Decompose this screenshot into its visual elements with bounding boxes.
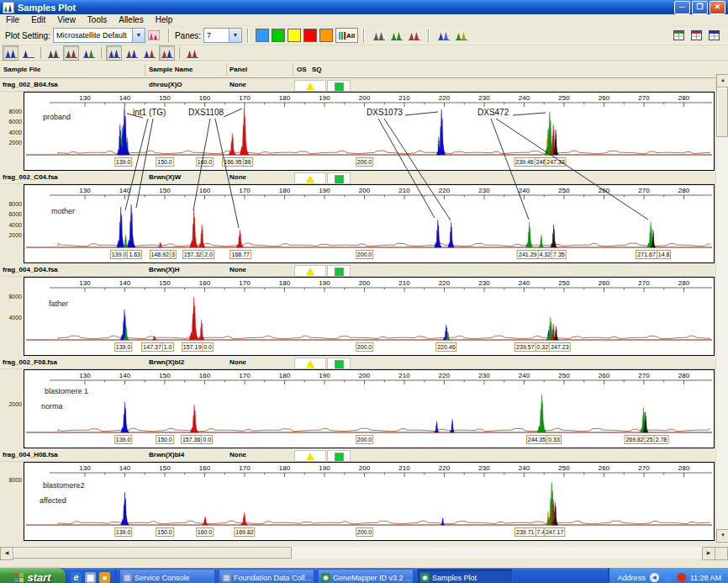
peak-size-label[interactable]: 244.350.33 [526,435,562,444]
table-view-button-2[interactable] [706,28,722,43]
address-band-label[interactable]: Address [618,574,646,582]
paired-panes-button[interactable] [63,45,79,61]
peak-size-label[interactable]: 150.0 [156,435,174,444]
peak-size-label[interactable]: 200.0 [356,527,374,537]
app-launcher-icon[interactable]: ● [99,572,110,583]
overlay-panes-button[interactable] [81,45,97,61]
peak-size-label[interactable]: 157.360.0 [181,435,213,444]
chevron-down-icon[interactable]: ▼ [229,29,241,42]
horizontal-scroll-thumb[interactable] [13,547,292,559]
menu-edit[interactable]: Edit [25,15,51,24]
sample-info-row[interactable]: frag_002_F08.fsaBrwn(X)bl2None [0,358,716,369]
full-view-button[interactable] [3,45,18,61]
peak[interactable] [229,134,236,155]
vertical-scroll-thumb[interactable] [716,87,728,137]
sizing-table-button[interactable] [371,28,387,43]
peak-size-label[interactable]: 157.322.0 [182,250,214,259]
column-panel[interactable]: Panel [229,66,247,73]
bars-line-view-button[interactable] [124,45,140,61]
menu-help[interactable]: Help [150,15,179,24]
scroll-right-icon[interactable]: ▶ [702,547,715,560]
address-go-icon[interactable]: ◄ [650,573,659,582]
plot-setting-combobox[interactable]: Microsatellite Default ▼ [53,28,145,43]
peak-size-label[interactable]: 239.570.32247.23 [514,342,570,352]
peak[interactable] [117,207,125,247]
peak-size-label[interactable]: 271.6714.8 [636,250,671,259]
task-genemapper[interactable]: ◉ GeneMapper ID v3.2 ... [318,569,414,583]
desktop-icon[interactable]: ▣ [85,572,96,583]
peak[interactable] [236,230,244,247]
peak[interactable] [190,405,198,432]
peak[interactable] [435,421,440,432]
scroll-up-icon[interactable]: ▲ [716,74,728,87]
column-os[interactable]: OS [297,66,307,73]
dye-color-button-2[interactable] [288,29,301,42]
peak[interactable] [127,204,135,247]
peak[interactable] [448,222,455,247]
dye-color-button-1[interactable] [272,29,285,42]
task-foundation-data[interactable]: ▥ Foundation Data Coll... [219,569,314,583]
sample-info-row[interactable]: frag_004_H08.fsaBrwn(X)bl4None [0,450,716,462]
peak-size-label[interactable]: 157.190.0 [182,342,214,352]
bars-view-button[interactable] [106,45,122,61]
peak-size-label[interactable]: 247.33 [545,157,566,167]
electropherogram-pane[interactable]: 1301401501601701801902002102202302402502… [24,277,715,356]
minimize-button[interactable]: ─ [674,1,690,14]
dye-color-button-4[interactable] [319,29,333,42]
peak[interactable] [240,107,248,155]
electropherogram-pane[interactable]: 1301401501601701801902002102202302402502… [24,369,715,448]
peak-size-label[interactable]: 160.0 [196,157,214,167]
electropherogram-pane[interactable]: 1301401501601701801902002102202302402502… [24,462,715,541]
all-dyes-button[interactable]: All [335,28,358,43]
zoom-region-button[interactable] [45,45,61,61]
scroll-left-icon[interactable]: ◀ [0,547,13,560]
panes-combobox[interactable]: 7 ▼ [203,28,242,43]
peak-size-label[interactable]: 139.0 [114,435,133,444]
peak-size-label[interactable]: 148.923 [149,250,176,259]
table-view-button-0[interactable] [671,28,687,43]
peak[interactable] [190,209,198,247]
green-trace-button[interactable] [388,28,404,43]
peak[interactable] [198,320,204,340]
dye-color-button-3[interactable] [303,29,317,42]
menu-view[interactable]: View [51,15,82,24]
task-service-console[interactable]: ▥ Service Console [119,569,215,583]
plot-settings-editor-button[interactable] [146,28,162,43]
peak-size-label[interactable]: 241.294.327.35 [517,250,567,259]
raw-data-button[interactable] [184,45,200,61]
column-sample-name[interactable]: Sample Name [149,66,193,73]
security-tray-icon[interactable] [677,573,686,582]
peak-size-label[interactable]: 139.0 [114,342,133,352]
peak[interactable] [537,395,546,432]
peak[interactable] [124,235,129,247]
red-trace-button[interactable] [406,28,422,43]
peak[interactable] [189,297,198,340]
peak[interactable] [121,492,129,525]
peak-size-label[interactable]: 200.0 [356,157,374,167]
sample-info-row[interactable]: frag_002_B04.fsadhrou(X)ONone [0,80,716,92]
peak[interactable] [120,310,129,340]
electropherogram-pane[interactable]: 1301401501601701801902002102202302402502… [24,184,715,263]
maximize-button[interactable]: ❐ [692,1,708,14]
close-button[interactable]: ✕ [710,1,725,14]
peak-size-label[interactable]: 139.0 [114,527,133,537]
peak[interactable] [525,222,533,247]
dye-color-button-0[interactable] [256,29,269,42]
electropherogram-pane[interactable]: 1301401501601701801902002102202302402502… [24,92,715,171]
start-button[interactable]: start [0,568,66,583]
peak[interactable] [440,518,445,525]
peak-size-label[interactable]: 169.82 [234,527,255,537]
peak-size-label[interactable]: 200.0 [356,435,374,444]
menu-file[interactable]: File [0,15,25,24]
scroll-down-icon[interactable]: ▼ [716,529,728,543]
column-sample-file[interactable]: Sample File [3,66,40,73]
peak-size-label[interactable]: 247.17 [544,527,565,537]
peak[interactable] [539,235,544,247]
peak-size-label[interactable]: 200.0 [356,342,374,352]
peak-size-label[interactable]: 139.01.63 [110,250,142,259]
peak-size-label[interactable]: 166.9586 [222,157,252,167]
stacked-traces-button[interactable] [453,28,469,43]
menu-alleles[interactable]: Alleles [113,15,149,24]
horizontal-scrollbar[interactable]: ◀ ▶ [0,547,728,559]
network-tray-icon[interactable] [663,573,673,582]
